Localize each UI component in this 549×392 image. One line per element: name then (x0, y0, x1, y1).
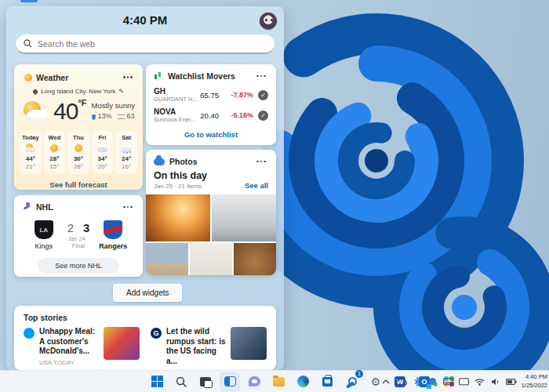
forecast-day-icon (72, 143, 85, 154)
weather-condition: Mostly sunny (92, 100, 135, 111)
gear-icon: ⚙ (371, 376, 381, 387)
photos-cloud-icon (154, 158, 165, 165)
watchlist-widget[interactable]: Watchlist Movers GH GUARDANT H... 65.75 … (146, 64, 276, 145)
home-team[interactable]: Rangers (96, 220, 130, 250)
location-pin-icon (32, 88, 38, 94)
forecast-day[interactable]: Sat 24° 16° (115, 131, 137, 174)
task-view-button[interactable] (196, 372, 215, 391)
forecast-row: Today 44° 21° Wed 28° 15° Thu 30° 28° Fr… (20, 131, 137, 174)
onedrive-tray-button[interactable] (396, 376, 407, 387)
edge-icon (297, 376, 309, 387)
air-quality-icon (118, 114, 125, 119)
current-temperature: 40 (53, 98, 78, 124)
microsoft-store-button[interactable] (318, 372, 336, 391)
photos-subtitle: Jan 25 · 21 items (154, 183, 245, 190)
photo-thumbnail[interactable] (190, 243, 232, 275)
photos-grid (146, 194, 276, 275)
battery-tray-button[interactable] (506, 376, 517, 387)
key-icon (346, 376, 358, 387)
add-widgets-button[interactable]: Add widgets (113, 284, 182, 302)
user-avatar[interactable] (259, 12, 278, 31)
air-quality-value: 63 (127, 111, 135, 122)
battery-icon (506, 379, 517, 385)
nhl-widget[interactable]: NHL LA Kings 2 3 Jan 24 · Final Rangers … (14, 195, 143, 277)
story-thumbnail (231, 327, 267, 360)
temperature-unit: °F (78, 98, 86, 107)
monitor-icon (459, 378, 469, 386)
weather-more-options-button[interactable] (119, 72, 136, 83)
volume-tray-button[interactable] (490, 376, 501, 387)
keyboard-tray-button[interactable] (443, 376, 454, 387)
edit-location-icon[interactable]: ✎ (118, 88, 124, 95)
hidden-window-tab[interactable] (20, 0, 38, 2)
taskbar-time: 4:40 PM (522, 373, 547, 381)
photos-widget[interactable]: Photos On this day Jan 25 · 21 items See… (146, 150, 276, 275)
photos-title: Photos (169, 157, 248, 166)
story-thumbnail (104, 327, 140, 360)
photo-thumbnail[interactable] (146, 243, 188, 275)
chevron-up-icon (382, 379, 390, 384)
search-icon (176, 376, 187, 387)
task-view-icon (200, 377, 211, 387)
forecast-day-icon (24, 143, 37, 154)
watchlist-check-icon[interactable]: ✓ (258, 90, 268, 100)
photos-heading: On this day (154, 170, 245, 181)
show-hidden-icons-button[interactable] (380, 376, 391, 387)
forecast-day-icon (120, 143, 133, 154)
stocks-icon (154, 72, 163, 80)
sports-icon (22, 202, 31, 212)
photos-see-all-link[interactable]: See all (245, 181, 268, 190)
away-team[interactable]: LA Kings (27, 220, 61, 250)
search-icon (24, 39, 32, 48)
taskbar-clock[interactable]: 4:40 PM 1/25/2022 (522, 373, 547, 389)
usa-today-icon (24, 328, 35, 339)
weather-location-row[interactable]: Long Island City, New York ✎ (14, 88, 143, 95)
precipitation-icon (92, 114, 96, 120)
nhl-more-options-button[interactable] (119, 201, 136, 212)
start-button[interactable] (147, 372, 166, 391)
photo-thumbnail[interactable] (234, 243, 276, 275)
guardian-icon: G (151, 328, 162, 339)
watchlist-row[interactable]: GH GUARDANT H... 65.75 -7.87% ✓ (146, 85, 276, 105)
forecast-day[interactable]: Thu 30° 28° (67, 131, 89, 174)
search-input[interactable] (38, 39, 267, 49)
precipitation-value: 13% (98, 111, 112, 122)
chat-button[interactable] (245, 372, 264, 391)
top-stories-widget: Top stories Unhappy Meal: A customer's M… (14, 306, 276, 370)
taskbar-search-button[interactable] (172, 372, 191, 391)
weather-location: Long Island City, New York (41, 88, 115, 95)
news-story[interactable]: G Let the wild rumpus start: is the US f… (151, 327, 267, 370)
watchlist-row[interactable]: NOVA Sunnova Ener... 20.40 -5.16% ✓ (146, 105, 276, 125)
forecast-day[interactable]: Today 44° 21° (20, 131, 42, 174)
watchlist-more-options-button[interactable] (253, 71, 270, 82)
search-bar[interactable] (16, 34, 274, 54)
defender-tray-button[interactable] (427, 376, 438, 387)
photos-more-options-button[interactable] (253, 156, 270, 167)
watchlist-check-icon[interactable]: ✓ (258, 111, 268, 121)
edge-button[interactable] (293, 372, 312, 391)
photo-thumbnail[interactable] (212, 194, 276, 241)
network-tray-button[interactable] (474, 376, 485, 387)
see-full-forecast-link[interactable]: See full forecast (14, 180, 143, 189)
bluetooth-icon (414, 377, 420, 387)
go-to-watchlist-link[interactable]: Go to watchlist (146, 130, 276, 139)
weather-widget[interactable]: Weather Long Island City, New York ✎ 40°… (14, 64, 143, 190)
see-more-nhl-button[interactable]: See more NHL (38, 258, 119, 274)
display-tray-button[interactable] (459, 376, 470, 387)
cloud-icon (396, 378, 407, 386)
forecast-day[interactable]: Fri 34° 20° (92, 131, 114, 174)
forecast-day[interactable]: Wed 28° 15° (44, 131, 66, 174)
widgets-button[interactable] (220, 372, 239, 391)
bluetooth-tray-button[interactable] (412, 376, 423, 387)
notification-badge: 1 (355, 370, 363, 378)
chat-icon (249, 376, 260, 387)
forecast-day-icon (96, 143, 109, 154)
keyboard-icon (443, 378, 453, 385)
news-story[interactable]: Unhappy Meal: A customer's McDonald's...… (24, 327, 140, 370)
file-explorer-button[interactable] (269, 372, 288, 391)
wifi-icon (474, 378, 485, 386)
pinned-key-app-button[interactable]: 1 (342, 372, 361, 391)
photo-thumbnail[interactable] (146, 194, 210, 241)
shield-icon (428, 377, 438, 387)
taskbar-date: 1/25/2022 (522, 382, 547, 390)
